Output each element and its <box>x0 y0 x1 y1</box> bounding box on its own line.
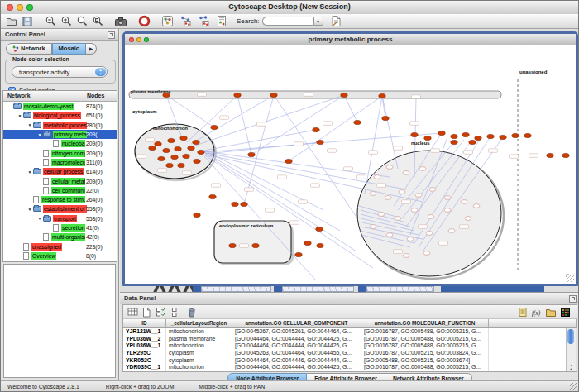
network-edit-a-icon[interactable] <box>179 15 192 27</box>
network-node-selected-color[interactable] <box>451 134 457 138</box>
disclosure-triangle-icon[interactable]: ▼ <box>36 132 43 137</box>
close-view-icon[interactable] <box>129 37 134 42</box>
network-node[interactable] <box>429 188 436 192</box>
tree-row[interactable]: nitrogen compo209(0) <box>3 148 117 157</box>
network-node-selected-color[interactable] <box>317 140 323 144</box>
network-node[interactable] <box>473 204 480 208</box>
col-header-molecular-function[interactable]: annotation.GO MOLECULAR_FUNCTION <box>361 319 489 327</box>
network-node[interactable] <box>444 208 451 213</box>
network-edge[interactable] <box>382 96 385 118</box>
network-node-selected-color[interactable] <box>178 163 184 167</box>
network-node[interactable] <box>370 192 376 196</box>
network-node-selected-color[interactable] <box>451 140 457 144</box>
network-node-selected-color[interactable] <box>382 116 389 120</box>
table-row[interactable]: YPL036W__1mitochondrion[GO:0044464, GO:0… <box>123 342 577 350</box>
network-node[interactable] <box>423 251 430 256</box>
network-node-selected-color[interactable] <box>341 93 347 97</box>
network-node[interactable] <box>403 171 409 175</box>
network-node-selected-color[interactable] <box>295 252 302 256</box>
network-node-selected-color[interactable] <box>438 131 445 135</box>
network-node[interactable] <box>426 232 433 236</box>
background-window[interactable] <box>358 286 366 292</box>
delete-attribute-icon[interactable] <box>155 307 166 318</box>
network-edge[interactable] <box>187 95 237 142</box>
tree-row[interactable]: mosaic-demo-yeast874(0) <box>3 102 117 111</box>
column-layout-icon[interactable] <box>169 307 180 318</box>
network-node-selected-color[interactable] <box>317 243 323 247</box>
node-attributes-icon[interactable] <box>160 15 174 27</box>
network-node-selected-color[interactable] <box>188 146 194 150</box>
network-node-selected-color[interactable] <box>194 213 200 217</box>
network-node[interactable] <box>448 229 455 233</box>
disclosure-triangle-icon[interactable]: ▼ <box>36 216 43 221</box>
tree-row[interactable]: unassigned223(0) <box>3 241 117 251</box>
network-node-selected-color[interactable] <box>500 135 506 139</box>
network-node-selected-color[interactable] <box>163 148 170 152</box>
background-window[interactable] <box>441 286 544 292</box>
network-node-selected-color[interactable] <box>166 163 173 167</box>
network-node-selected-color[interactable] <box>149 146 156 150</box>
formula-builder-icon[interactable]: f(x) <box>531 307 543 318</box>
zoom-in-icon[interactable] <box>60 15 73 27</box>
network-node-selected-color[interactable] <box>232 202 238 206</box>
zoom-window-icon[interactable] <box>26 4 33 11</box>
disclosure-triangle-icon[interactable]: ▼ <box>26 207 33 212</box>
network-node-selected-color[interactable] <box>248 152 255 156</box>
network-node-selected-color[interactable] <box>158 156 165 160</box>
minimize-view-icon[interactable] <box>136 37 141 42</box>
tree-row[interactable]: nucleobase-209(0) <box>3 139 117 148</box>
import-folder-icon[interactable] <box>545 307 557 318</box>
tree-row[interactable]: response to stimul264(0) <box>3 195 117 204</box>
network-node-selected-color[interactable] <box>424 136 431 140</box>
network-node-selected-color[interactable] <box>234 93 241 97</box>
network-node-selected-color[interactable] <box>316 227 323 231</box>
tree-row[interactable]: Overview8(0) <box>3 251 117 261</box>
scrollbar-thumb[interactable] <box>567 329 574 344</box>
network-node-selected-color[interactable] <box>547 153 553 157</box>
network-node-selected-color[interactable] <box>469 140 476 144</box>
snapshot-camera-icon[interactable] <box>114 15 127 27</box>
annotation-icon[interactable] <box>329 15 342 27</box>
col-header-id[interactable]: ID <box>123 319 166 327</box>
table-row[interactable]: YDR039C__1mitochondrion[GO:0044464, GO:0… <box>123 364 577 371</box>
birds-eye-view-panel[interactable] <box>3 264 116 378</box>
network-node[interactable] <box>403 254 409 258</box>
network-node-selected-color[interactable] <box>180 136 187 140</box>
node-color-dropdown[interactable]: transporter activity ▲▼ <box>12 66 108 78</box>
network-node-selected-color[interactable] <box>171 155 178 159</box>
network-edge[interactable] <box>382 96 398 169</box>
background-window[interactable] <box>282 286 354 292</box>
network-node-selected-color[interactable] <box>229 243 236 247</box>
network-node[interactable] <box>370 225 376 229</box>
canvas-resize-grip[interactable] <box>566 274 574 282</box>
tree-row[interactable]: ▼cellular process614(0) <box>3 167 117 176</box>
network-edge[interactable] <box>166 95 214 127</box>
notes-icon[interactable] <box>517 307 529 318</box>
table-row[interactable]: YJR121W__1mitochondrion[GO:0045267, GO:0… <box>123 328 577 336</box>
table-scrollbar[interactable]: ▲▼ <box>566 328 576 371</box>
network-node[interactable] <box>386 165 393 170</box>
table-row[interactable]: YPL036W__2plasma membrane[GO:0044464, GO… <box>123 336 577 343</box>
tree-row[interactable]: cell communicat22(0) <box>3 186 117 195</box>
background-window[interactable] <box>201 286 271 292</box>
float-panel-icon[interactable] <box>108 31 115 39</box>
tab-mosaic[interactable]: Mosaic <box>52 43 86 55</box>
tab-overflow-arrow-icon[interactable]: ▶ <box>86 43 97 55</box>
network-node[interactable] <box>461 200 467 204</box>
scrollbar-arrows[interactable]: ▲▼ <box>567 363 576 371</box>
search-input[interactable] <box>262 17 313 26</box>
network-edit-b-icon[interactable] <box>197 15 210 27</box>
network-view-titlebar[interactable]: primary metabolic process <box>125 34 576 45</box>
network-node[interactable] <box>419 167 426 171</box>
network-node[interactable] <box>465 217 471 221</box>
disclosure-triangle-icon[interactable]: ▼ <box>17 113 23 118</box>
network-node-selected-color[interactable] <box>524 133 531 137</box>
tree-row[interactable]: secretion41(0) <box>3 223 117 232</box>
tree-row[interactable]: ▼primary metabo209(... <box>3 130 117 139</box>
new-attribute-icon[interactable] <box>141 307 152 318</box>
tree-header-network[interactable]: Network <box>3 91 84 101</box>
tree-row[interactable]: ▼biological_process651(0) <box>3 111 117 120</box>
network-node-selected-color[interactable] <box>562 153 569 157</box>
disclosure-triangle-icon[interactable]: ▼ <box>26 122 33 127</box>
network-node-selected-color[interactable] <box>175 146 181 151</box>
